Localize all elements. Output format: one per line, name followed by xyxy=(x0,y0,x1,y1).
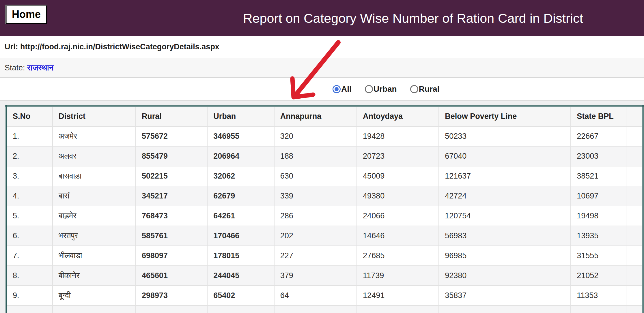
cell-below-poverty-line: 121637 xyxy=(439,166,571,186)
cell-state-bpl: 23003 xyxy=(571,146,626,166)
cell-clipped xyxy=(626,146,643,166)
cell-antoydaya: 27685 xyxy=(357,246,439,266)
cell-antoydaya: 20723 xyxy=(357,146,439,166)
cell-clipped xyxy=(626,286,643,305)
cell-annapurna: 379 xyxy=(274,266,357,286)
table-row: 1.अजमेर575672346955320194285023322667 xyxy=(6,126,643,146)
table-row: 2.अलवर855479206964188207236704023003 xyxy=(6,146,643,166)
cell-s-no: 6. xyxy=(6,226,53,246)
cell-urban[interactable]: 206964 xyxy=(207,146,274,166)
table-header-row: S.NoDistrictRuralUrbanAnnapurnaAntoydaya… xyxy=(6,106,643,126)
cell-state-bpl: 31555 xyxy=(571,246,626,266)
cell-annapurna: 188 xyxy=(274,146,357,166)
cell-antoydaya: 19428 xyxy=(357,126,439,146)
cell-urban[interactable]: 65402 xyxy=(207,286,274,305)
cell-rural[interactable]: 855479 xyxy=(136,146,207,166)
cell-urban[interactable]: 32062 xyxy=(207,166,274,186)
cell-rural[interactable]: 502215 xyxy=(136,166,207,186)
cell-state-bpl: 38521 xyxy=(571,166,626,186)
cell-below-poverty-line: 35837 xyxy=(439,286,571,305)
cell-clipped xyxy=(626,166,643,186)
radio-button-icon[interactable] xyxy=(410,85,418,93)
table-row: 9.बून्दी2989736540264124913583711353 xyxy=(6,286,643,305)
cell-district: भीलवाडा xyxy=(53,246,136,266)
cell-urban[interactable]: 178015 xyxy=(207,246,274,266)
cell-annapurna: 320 xyxy=(274,126,357,146)
cell-clipped xyxy=(626,266,643,286)
cell-clipped xyxy=(357,305,439,313)
cell-antoydaya: 11739 xyxy=(357,266,439,286)
cell-antoydaya: 24066 xyxy=(357,206,439,226)
cell-clipped xyxy=(626,186,643,206)
cell-urban[interactable]: 244045 xyxy=(207,266,274,286)
cell-rural[interactable]: 298973 xyxy=(136,286,207,305)
cell-clipped xyxy=(626,206,643,226)
state-label: State: xyxy=(5,63,25,72)
scope-radio-group: AllUrbanRural xyxy=(333,78,439,100)
cell-district: बून्दी xyxy=(53,286,136,305)
cell-s-no: 7. xyxy=(6,246,53,266)
cell-below-poverty-line: 67040 xyxy=(439,146,571,166)
url-bar: Url: http://food.raj.nic.in/DistrictWise… xyxy=(0,36,644,58)
cell-clipped xyxy=(53,305,136,313)
cell-state-bpl: 22667 xyxy=(571,126,626,146)
cell-urban[interactable]: 346955 xyxy=(207,126,274,146)
state-link[interactable]: राजस्थान xyxy=(27,63,53,72)
cell-rural[interactable]: 585761 xyxy=(136,226,207,246)
app-header: Home Report on Category Wise Number of R… xyxy=(0,0,644,36)
radio-button-icon[interactable] xyxy=(365,85,373,93)
cell-district: बारां xyxy=(53,186,136,206)
cell-rural[interactable]: 698097 xyxy=(136,246,207,266)
cell-rural[interactable]: 575672 xyxy=(136,126,207,146)
radio-button-icon[interactable] xyxy=(333,85,341,93)
cell-district: भरतपुर xyxy=(53,226,136,246)
cell-state-bpl: 10697 xyxy=(571,186,626,206)
radio-label: All xyxy=(341,85,352,94)
cell-clipped xyxy=(207,305,274,313)
filter-bar: AllUrbanRural xyxy=(0,78,644,101)
column-header-below-poverty-line: Below Poverty Line xyxy=(439,106,571,126)
column-header-s-no: S.No xyxy=(6,106,53,126)
column-header-rural: Rural xyxy=(136,106,207,126)
cell-urban[interactable]: 64261 xyxy=(207,206,274,226)
cell-rural[interactable]: 465601 xyxy=(136,266,207,286)
cell-clipped xyxy=(626,305,643,313)
home-button[interactable]: Home xyxy=(5,5,47,24)
column-header-clipped xyxy=(626,106,643,126)
cell-clipped xyxy=(6,305,53,313)
radio-label: Urban xyxy=(374,85,397,94)
radio-option-urban[interactable]: Urban xyxy=(365,85,397,94)
cell-clipped xyxy=(626,126,643,146)
cell-s-no: 1. xyxy=(6,126,53,146)
cell-below-poverty-line: 96985 xyxy=(439,246,571,266)
cell-state-bpl: 19498 xyxy=(571,206,626,226)
cell-clipped xyxy=(626,246,643,266)
column-header-annapurna: Annapurna xyxy=(274,106,357,126)
radio-option-all[interactable]: All xyxy=(333,85,352,94)
cell-below-poverty-line: 120754 xyxy=(439,206,571,226)
cell-clipped xyxy=(626,226,643,246)
cell-below-poverty-line: 56983 xyxy=(439,226,571,246)
cell-s-no: 4. xyxy=(6,186,53,206)
cell-urban[interactable]: 62679 xyxy=(207,186,274,206)
cell-s-no: 2. xyxy=(6,146,53,166)
cell-urban[interactable]: 170466 xyxy=(207,226,274,246)
table-row: 3.बासवाड़ा502215320626304500912163738521 xyxy=(6,166,643,186)
radio-option-rural[interactable]: Rural xyxy=(410,85,440,94)
cell-below-poverty-line: 50233 xyxy=(439,126,571,146)
cell-rural[interactable]: 345217 xyxy=(136,186,207,206)
radio-label: Rural xyxy=(419,85,440,94)
cell-district: अजमेर xyxy=(53,126,136,146)
cell-clipped xyxy=(274,305,357,313)
cell-district: बासवाड़ा xyxy=(53,166,136,186)
column-header-state-bpl: State BPL xyxy=(571,106,626,126)
cell-s-no: 3. xyxy=(6,166,53,186)
cell-district: अलवर xyxy=(53,146,136,166)
cell-rural[interactable]: 768473 xyxy=(136,206,207,226)
table-row-partial xyxy=(6,305,643,313)
cell-annapurna: 630 xyxy=(274,166,357,186)
cell-s-no: 5. xyxy=(6,206,53,226)
table-row: 4.बारां34521762679339493804272410697 xyxy=(6,186,643,206)
cell-annapurna: 227 xyxy=(274,246,357,266)
table-row: 8.बीकानेर465601244045379117399238021052 xyxy=(6,266,643,286)
